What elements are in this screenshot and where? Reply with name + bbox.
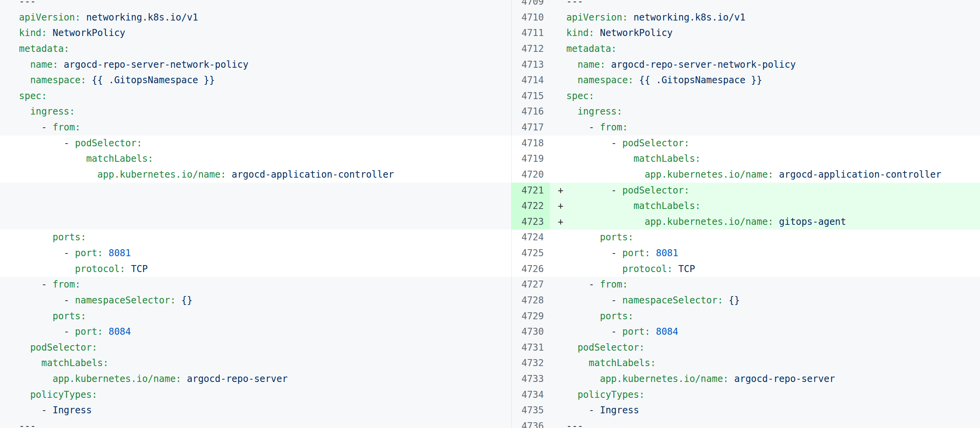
code-line-new: kind: NetworkPolicy xyxy=(550,25,980,41)
code-token-key: app.kubernetes.io/name: xyxy=(600,373,729,384)
code-token-plain xyxy=(566,342,578,353)
code-token-key: podSelector: xyxy=(75,138,142,149)
code-line-new: spec: xyxy=(550,88,980,104)
code-line-old: policyTypes: xyxy=(0,387,511,403)
diff-row: 4722+ matchLabels: xyxy=(0,198,980,214)
code-token-plain xyxy=(605,59,611,70)
code-token-key: ingress: xyxy=(30,106,75,117)
code-token-plain xyxy=(19,311,53,322)
line-number[interactable]: 4716 xyxy=(511,104,550,120)
line-number[interactable]: 4718 xyxy=(511,135,550,151)
line-number[interactable]: 4712 xyxy=(511,41,550,57)
code-token-plain xyxy=(566,59,578,70)
line-number[interactable]: 4721 xyxy=(511,183,550,199)
line-number[interactable]: 4723 xyxy=(511,214,550,230)
code-line-old: - from: xyxy=(0,277,511,293)
code-token-key: app.kubernetes.io/name: xyxy=(645,169,773,180)
line-number[interactable]: 4713 xyxy=(511,57,550,73)
line-number[interactable]: 4728 xyxy=(511,293,550,308)
code-token-key: podSelector: xyxy=(622,185,689,196)
code-token-plain xyxy=(566,216,645,227)
code-token-key: app.kubernetes.io/name: xyxy=(97,169,226,180)
line-number[interactable]: 4719 xyxy=(511,151,550,167)
diff-row: matchLabels:4719 matchLabels: xyxy=(0,151,980,167)
code-token-key: protocol: xyxy=(75,264,126,274)
code-token-plain: - xyxy=(19,248,75,259)
code-token-plain xyxy=(19,264,75,274)
code-token-plain xyxy=(594,27,600,38)
line-number[interactable]: 4726 xyxy=(511,261,550,277)
code-token-key: matchLabels: xyxy=(589,358,656,368)
code-token-key: policyTypes: xyxy=(30,389,97,400)
code-token-plain xyxy=(673,264,678,274)
code-token-string: {{ .GitopsNamespace }} xyxy=(639,75,762,86)
code-token-key: spec: xyxy=(566,91,594,101)
code-line-new: - podSelector: xyxy=(550,135,980,151)
code-token-plain xyxy=(181,373,187,384)
code-line-new: ports: xyxy=(550,229,980,245)
line-number[interactable]: 4711 xyxy=(511,25,550,41)
line-number[interactable]: 4725 xyxy=(511,245,550,261)
code-token-plain xyxy=(566,389,578,400)
old-code-placeholder xyxy=(0,198,511,214)
code-token-plain: - xyxy=(566,185,622,196)
code-token-string: argocd-application-controller xyxy=(232,169,394,180)
code-line-old: matchLabels: xyxy=(0,355,511,371)
line-number[interactable]: 4729 xyxy=(511,308,550,324)
line-number[interactable]: 4735 xyxy=(511,402,550,418)
line-number[interactable]: 4722 xyxy=(511,198,550,214)
code-line-old: apiVersion: networking.k8s.io/v1 xyxy=(0,10,511,26)
line-number[interactable]: 4727 xyxy=(511,277,550,293)
code-line-old: - from: xyxy=(0,120,511,135)
line-number[interactable]: 4720 xyxy=(511,167,550,183)
code-token-plain xyxy=(566,106,578,117)
code-line-old: podSelector: xyxy=(0,340,511,356)
code-token-key: from: xyxy=(53,122,81,133)
code-token-key: namespace: xyxy=(578,75,634,86)
code-token-plain xyxy=(176,295,181,306)
code-line-old: protocol: TCP xyxy=(0,261,511,277)
code-token-key: from: xyxy=(600,122,628,133)
line-number[interactable]: 4715 xyxy=(511,88,550,104)
line-number[interactable]: 4710 xyxy=(511,10,550,26)
code-line-old: --- xyxy=(0,418,511,428)
code-token-key: metadata: xyxy=(566,43,617,54)
code-token-plain xyxy=(774,169,779,180)
code-token-plain xyxy=(19,373,53,384)
code-token-key: app.kubernetes.io/name: xyxy=(53,373,181,384)
code-token-key: policyTypes: xyxy=(578,389,645,400)
code-token-key: ports: xyxy=(600,232,634,243)
code-token-key: ports: xyxy=(53,232,86,243)
diff-row: - podSelector:4718 - podSelector: xyxy=(0,135,980,151)
line-number[interactable]: 4709 xyxy=(511,0,550,10)
code-token-plain xyxy=(566,153,633,164)
diff-row: matchLabels:4732 matchLabels: xyxy=(0,355,980,371)
code-token-string: argocd-application-controller xyxy=(779,169,941,180)
code-token-key: ingress: xyxy=(578,106,622,117)
line-number[interactable]: 4730 xyxy=(511,324,550,340)
code-token-plain xyxy=(566,75,578,86)
line-number[interactable]: 4731 xyxy=(511,340,550,356)
line-number[interactable]: 4714 xyxy=(511,72,550,88)
line-number[interactable]: 4736 xyxy=(511,418,550,428)
diff-row: kind: NetworkPolicy4711kind: NetworkPoli… xyxy=(0,25,980,41)
code-token-key: port: xyxy=(622,326,650,337)
code-line-old: spec: xyxy=(0,88,511,104)
code-token-plain xyxy=(566,358,589,368)
code-line-new: app.kubernetes.io/name: argocd-applicati… xyxy=(550,167,980,183)
code-line-new: protocol: TCP xyxy=(550,261,980,277)
code-token-string: {{ .GitopsNamespace }} xyxy=(92,75,215,86)
code-line-new: podSelector: xyxy=(550,340,980,356)
code-token-string: {} xyxy=(729,295,740,306)
line-number[interactable]: 4717 xyxy=(511,120,550,135)
code-token-number: 8084 xyxy=(656,326,678,337)
line-number[interactable]: 4732 xyxy=(511,355,550,371)
line-number[interactable]: 4724 xyxy=(511,229,550,245)
code-token-plain: --- xyxy=(566,421,583,428)
line-number[interactable]: 4733 xyxy=(511,371,550,387)
code-line-new: - port: 8084 xyxy=(550,324,980,340)
diff-split-view: ---4709---apiVersion: networking.k8s.io/… xyxy=(0,0,980,428)
added-marker: + xyxy=(558,183,563,199)
line-number[interactable]: 4734 xyxy=(511,387,550,403)
diff-row: ---4709--- xyxy=(0,0,980,10)
